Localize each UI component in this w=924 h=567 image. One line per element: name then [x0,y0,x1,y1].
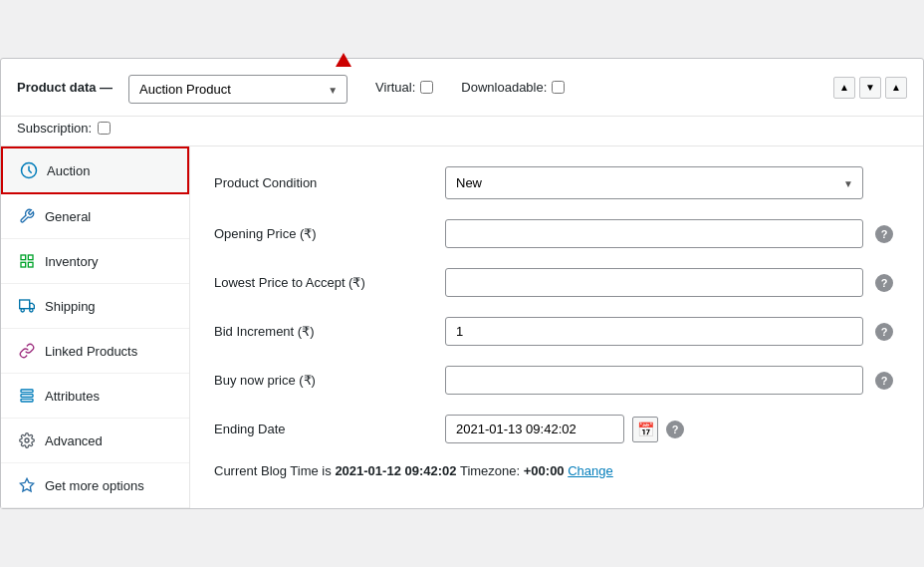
ending-date-label: Ending Date [214,422,433,436]
buy-now-price-input[interactable] [445,366,863,395]
opening-price-input[interactable] [445,219,863,248]
buy-now-price-help-icon[interactable]: ? [875,372,893,390]
bid-increment-input[interactable] [445,317,863,346]
sidebar-label-advanced: Advanced [45,433,103,448]
sidebar-item-inventory[interactable]: Inventory [1,239,189,284]
buy-now-price-row: Buy now price (₹) ? [214,366,899,395]
red-arrow-indicator [336,53,351,67]
lowest-price-input[interactable] [445,268,863,297]
gear-icon [17,430,37,450]
lowest-price-help-icon[interactable]: ? [875,274,893,292]
svg-point-6 [21,309,24,312]
subscription-label: Subscription: [17,121,92,136]
sidebar-item-get-more[interactable]: Get more options [1,463,189,508]
shipping-icon [17,296,37,316]
product-type-container: Auction Product Simple product Grouped p… [128,71,347,104]
lowest-price-row: Lowest Price to Accept (₹) ? [214,268,899,297]
sidebar-item-auction[interactable]: Auction [1,146,189,194]
svg-point-11 [25,438,29,442]
expand-up-button[interactable]: ▲ [833,77,855,99]
svg-rect-3 [28,262,33,267]
wrench-icon [17,206,37,226]
downloadable-checkbox[interactable] [552,81,565,94]
blog-time-prefix: Current Blog Time is [214,463,335,478]
sidebar-item-shipping[interactable]: Shipping [1,284,189,329]
blog-time-datetime: 2021-01-12 09:42:02 [335,463,456,478]
attributes-icon [17,386,37,406]
sidebar-item-general[interactable]: General [1,194,189,239]
product-condition-select[interactable]: New Used Refurbished [445,166,863,199]
svg-rect-8 [21,390,33,393]
subscription-bar: Subscription: [1,117,923,145]
svg-rect-10 [21,399,33,402]
svg-rect-1 [21,255,26,260]
expand-chevron-button[interactable]: ▲ [885,77,907,99]
virtual-label: Virtual: [375,80,433,95]
blog-timezone-label: Timezone: [460,463,524,478]
subscription-checkbox[interactable] [98,122,111,135]
lowest-price-label: Lowest Price to Accept (₹) [214,275,433,290]
sidebar-item-advanced[interactable]: Advanced [1,419,189,463]
product-data-panel: Product data — Auction Product Simple pr… [0,58,924,509]
product-type-select[interactable]: Auction Product Simple product Grouped p… [128,75,347,104]
svg-point-7 [30,309,33,312]
svg-marker-12 [20,478,33,491]
product-data-label: Product data — [17,80,113,95]
sidebar-label-linked-products: Linked Products [45,344,137,359]
blog-time-row: Current Blog Time is 2021-01-12 09:42:02… [214,463,899,478]
sidebar-label-general: General [45,209,91,224]
sidebar: Auction General Inventory [1,146,190,508]
sidebar-label-shipping: Shipping [45,299,96,314]
blog-timezone: +00:00 [524,463,565,478]
ending-date-row: Ending Date 📅 ? [214,415,899,443]
product-condition-label: Product Condition [214,175,433,190]
star-icon [17,475,37,495]
bid-increment-label: Bid Increment (₹) [214,324,433,339]
product-condition-select-wrapper: New Used Refurbished [445,166,863,199]
ending-date-controls: 📅 ? [445,415,684,443]
sidebar-item-linked-products[interactable]: Linked Products [1,329,189,374]
ending-date-help-icon[interactable]: ? [666,421,684,438]
svg-rect-9 [21,395,33,398]
top-bar-arrows: ▲ ▼ ▲ [833,77,907,99]
sidebar-label-auction: Auction [47,163,90,178]
ending-date-input[interactable] [445,415,624,443]
change-timezone-link[interactable]: Change [568,463,613,478]
product-type-select-wrapper: Auction Product Simple product Grouped p… [128,75,347,104]
top-bar: Product data — Auction Product Simple pr… [1,59,923,117]
calendar-button[interactable]: 📅 [632,417,658,442]
bid-increment-row: Bid Increment (₹) ? [214,317,899,346]
svg-rect-2 [28,255,33,260]
opening-price-label: Opening Price (₹) [214,226,433,241]
downloadable-label: Downloadable: [461,80,565,95]
content-panel: Product Condition New Used Refurbished O… [190,146,923,508]
product-condition-row: Product Condition New Used Refurbished [214,166,899,199]
link-icon [17,341,37,361]
svg-rect-5 [20,300,30,309]
svg-rect-4 [21,262,26,267]
sidebar-label-inventory: Inventory [45,254,98,269]
opening-price-help-icon[interactable]: ? [875,225,893,243]
buy-now-price-label: Buy now price (₹) [214,373,433,388]
expand-down-button[interactable]: ▼ [859,77,881,99]
sidebar-item-attributes[interactable]: Attributes [1,374,189,419]
virtual-checkbox[interactable] [420,81,433,94]
bid-increment-help-icon[interactable]: ? [875,323,893,341]
opening-price-row: Opening Price (₹) ? [214,219,899,248]
auction-icon [19,160,39,180]
sidebar-label-attributes: Attributes [45,389,100,404]
main-content: Auction General Inventory [1,145,923,508]
sidebar-label-get-more: Get more options [45,478,144,493]
inventory-icon [17,251,37,271]
